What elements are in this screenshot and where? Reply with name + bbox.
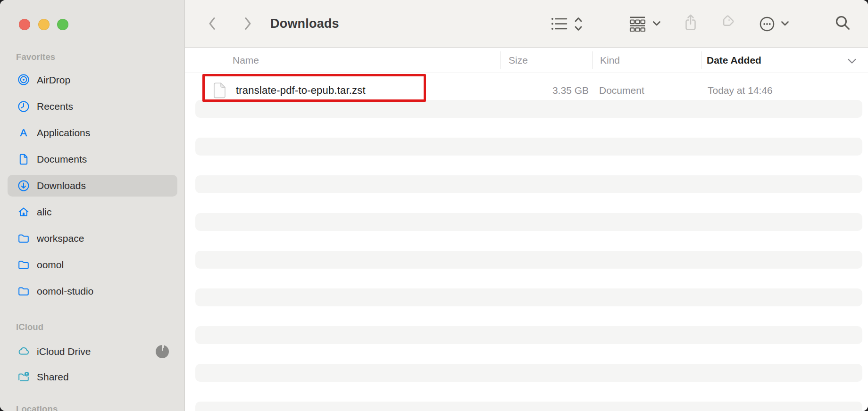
- column-divider[interactable]: [501, 51, 501, 69]
- empty-row-stripe: [195, 100, 862, 118]
- folder-icon: [17, 285, 30, 298]
- sidebar-item-label: Shared: [37, 371, 69, 383]
- zoom-window-button[interactable]: [57, 19, 68, 30]
- home-icon: [17, 206, 30, 219]
- icloud-icon: [17, 345, 30, 358]
- column-header-size[interactable]: Size: [509, 48, 528, 73]
- sidebar-section-locations: Locations: [16, 404, 58, 411]
- forward-button[interactable]: [243, 16, 253, 32]
- file-list-area: Name Size Kind Date Added translate-pdf-…: [185, 48, 868, 411]
- column-header-name[interactable]: Name: [233, 48, 259, 73]
- more-options-chevron-icon[interactable]: [781, 21, 789, 26]
- sidebar-item-applications[interactable]: Applications: [8, 122, 177, 144]
- file-name: translate-pdf-to-epub.tar.zst: [236, 81, 366, 100]
- empty-row-stripe: [195, 288, 862, 306]
- column-divider[interactable]: [593, 51, 593, 69]
- window-title: Downloads: [270, 0, 339, 47]
- file-date-added: Today at 14:46: [708, 81, 773, 100]
- folder-icon: [17, 232, 30, 245]
- column-header-row: Name Size Kind Date Added: [185, 48, 868, 73]
- empty-row-stripe: [195, 138, 862, 156]
- shared-folder-icon: [17, 370, 30, 384]
- sidebar-item-label: Downloads: [37, 180, 86, 191]
- close-window-button[interactable]: [19, 19, 30, 30]
- sidebar-item-label: alic: [37, 206, 52, 218]
- folder-icon: [17, 258, 30, 271]
- sidebar-section-favorites: Favorites: [16, 52, 55, 62]
- sidebar-item-downloads[interactable]: Downloads: [8, 175, 177, 197]
- empty-row-stripe: [195, 364, 862, 382]
- sort-order-chevrons-icon[interactable]: [574, 16, 583, 32]
- minimize-window-button[interactable]: [38, 19, 50, 30]
- downloads-circle-icon: [17, 179, 30, 192]
- sidebar-item-label: iCloud Drive: [37, 346, 91, 357]
- sort-direction-chevron-icon[interactable]: [847, 58, 857, 64]
- share-button[interactable]: [683, 14, 698, 33]
- sidebar-item-airdrop[interactable]: AirDrop: [8, 69, 177, 91]
- back-button[interactable]: [207, 16, 217, 32]
- more-options-button[interactable]: [760, 16, 775, 32]
- sidebar-item-label: oomol-studio: [37, 286, 93, 297]
- empty-row-stripe: [195, 326, 862, 344]
- sidebar: Favorites AirDrop Recents: [0, 0, 185, 411]
- sidebar-item-label: AirDrop: [37, 74, 70, 86]
- clock-icon: [17, 100, 30, 113]
- empty-row-stripe: [195, 251, 862, 269]
- empty-row-stripe: [195, 213, 862, 231]
- sidebar-item-shared[interactable]: Shared: [8, 366, 177, 388]
- tags-button[interactable]: [718, 15, 735, 33]
- list-view-button[interactable]: [551, 16, 568, 32]
- column-header-date-added[interactable]: Date Added: [707, 48, 761, 73]
- group-by-chevron-icon[interactable]: [652, 21, 661, 26]
- file-kind: Document: [599, 81, 644, 100]
- column-divider[interactable]: [701, 51, 701, 69]
- sidebar-item-alic[interactable]: alic: [8, 201, 177, 223]
- group-by-button[interactable]: [628, 16, 646, 32]
- sidebar-item-oomol-studio[interactable]: oomol-studio: [8, 280, 177, 302]
- empty-row-stripe: [195, 175, 862, 193]
- search-icon[interactable]: [834, 15, 852, 33]
- sidebar-item-label: workspace: [37, 233, 84, 244]
- sidebar-item-recents[interactable]: Recents: [8, 96, 177, 117]
- sidebar-section-icloud: iCloud: [16, 322, 43, 332]
- toolbar: Downloads: [185, 0, 868, 48]
- file-size: 3.35 GB: [501, 81, 589, 100]
- finder-window: Favorites AirDrop Recents: [0, 0, 868, 411]
- empty-row-stripe: [195, 402, 862, 411]
- sidebar-item-label: Documents: [37, 154, 87, 165]
- icloud-sync-progress-indicator: [156, 345, 169, 358]
- sidebar-item-label: Recents: [37, 101, 73, 112]
- document-icon: [17, 153, 30, 166]
- app-store-icon: [17, 126, 30, 140]
- airdrop-icon: [17, 74, 30, 87]
- sidebar-item-documents[interactable]: Documents: [8, 148, 177, 170]
- file-row[interactable]: translate-pdf-to-epub.tar.zst 3.35 GB Do…: [185, 81, 868, 100]
- file-document-icon: [213, 82, 226, 99]
- sidebar-item-icloud-drive[interactable]: iCloud Drive: [8, 341, 177, 362]
- sidebar-item-workspace[interactable]: workspace: [8, 228, 177, 249]
- column-header-kind[interactable]: Kind: [600, 48, 620, 73]
- sidebar-item-oomol[interactable]: oomol: [8, 254, 177, 276]
- sidebar-item-label: oomol: [37, 259, 64, 271]
- sidebar-item-label: Applications: [37, 127, 90, 139]
